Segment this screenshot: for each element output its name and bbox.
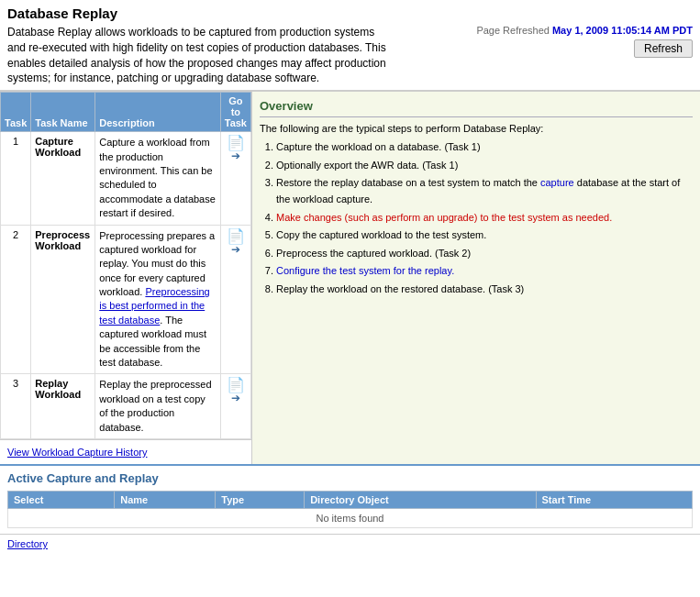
document-icon-2: 📄 — [227, 229, 245, 244]
overview-title: Overview — [260, 99, 693, 117]
task-name-3: Replay Workload — [31, 374, 95, 439]
refresh-button[interactable]: Refresh — [634, 39, 693, 58]
arrow-icon-1: ➔ — [231, 150, 240, 161]
arrow-icon-2: ➔ — [231, 244, 240, 255]
preprocessing-link[interactable]: Preprocessing is best performed in the t… — [99, 286, 209, 326]
capture-empty-row: No items found — [8, 509, 693, 528]
page-header: Database Replay Database Replay allows w… — [0, 0, 700, 91]
list-item: Copy the captured workload to the test s… — [276, 227, 693, 244]
document-icon-3: 📄 — [227, 378, 245, 392]
workload-history-section: View Workload Capture History — [0, 439, 251, 464]
task-name-2: Preprocess Workload — [31, 225, 95, 374]
active-capture-title: Active Capture and Replay — [7, 471, 693, 485]
capture-header-type: Type — [216, 492, 305, 509]
task-name-1: Capture Workload — [31, 132, 95, 225]
capture-header-select: Select — [8, 492, 115, 509]
task-goto-1[interactable]: 📄 ➔ — [220, 132, 250, 225]
task-desc-1: Capture a workload from the production e… — [95, 132, 220, 225]
header-right: Page Refreshed May 1, 2009 11:05:14 AM P… — [476, 25, 693, 58]
task-num-1: 1 — [1, 132, 31, 225]
goto-link-2[interactable]: 📄 ➔ — [227, 229, 245, 255]
task-table: Task Task Name Description GotoTask 1 Ca… — [0, 92, 251, 439]
document-icon-1: 📄 — [227, 136, 245, 150]
list-item: Restore the replay database on a test sy… — [276, 175, 693, 207]
list-item: Capture the workload on a database. (Tas… — [276, 139, 693, 156]
table-row: 1 Capture Workload Capture a workload fr… — [1, 132, 251, 225]
task-goto-header: GotoTask — [220, 93, 250, 132]
active-capture-section: Active Capture and Replay Select Name Ty… — [0, 464, 700, 534]
task-goto-2[interactable]: 📄 ➔ — [220, 225, 250, 374]
list-item: Configure the test system for the replay… — [276, 263, 693, 280]
task-num-3: 3 — [1, 374, 31, 439]
task-num-2: 2 — [1, 225, 31, 374]
left-panel: Task Task Name Description GotoTask 1 Ca… — [0, 92, 252, 464]
task-desc-3: Replay the preprocessed workload on a te… — [95, 374, 220, 439]
table-row: 2 Preprocess Workload Preprocessing prep… — [1, 225, 251, 374]
main-content: Task Task Name Description GotoTask 1 Ca… — [0, 91, 700, 464]
directory-link[interactable]: Directory — [7, 538, 48, 549]
capture-table: Select Name Type Directory Object Start … — [7, 491, 693, 528]
footer: Directory — [0, 534, 700, 553]
workload-history-link[interactable]: View Workload Capture History — [7, 447, 147, 458]
task-desc-header: Description — [95, 93, 220, 132]
goto-link-1[interactable]: 📄 ➔ — [227, 136, 245, 161]
task-desc-2: Preprocessing prepares a captured worklo… — [95, 225, 220, 374]
list-item: Make changes (such as perform an upgrade… — [276, 210, 693, 227]
task-goto-3[interactable]: 📄 ➔ — [220, 374, 250, 439]
capture-empty-message: No items found — [8, 509, 693, 528]
refresh-info: Page Refreshed May 1, 2009 11:05:14 AM P… — [476, 25, 693, 36]
goto-link-3[interactable]: 📄 ➔ — [227, 378, 245, 404]
task-name-header: Task Name — [31, 93, 95, 132]
task-num-header: Task — [1, 93, 31, 132]
capture-header-directory: Directory Object — [305, 492, 536, 509]
right-panel: Overview The following are the typical s… — [252, 92, 700, 464]
overview-list: Capture the workload on a database. (Tas… — [260, 139, 693, 297]
arrow-icon-3: ➔ — [231, 392, 240, 404]
overview-intro: The following are the typical steps to p… — [260, 123, 693, 134]
page-description: Database Replay allows workloads to be c… — [7, 25, 393, 86]
list-item: Replay the workload on the restored data… — [276, 282, 693, 298]
list-item: Optionally export the AWR data. (Task 1) — [276, 158, 693, 174]
table-row: 3 Replay Workload Replay the preprocesse… — [1, 374, 251, 439]
page-title: Database Replay — [7, 6, 693, 21]
capture-header-start: Start Time — [536, 492, 692, 509]
list-item: Preprocess the captured workload. (Task … — [276, 246, 693, 262]
capture-header-name: Name — [115, 492, 216, 509]
